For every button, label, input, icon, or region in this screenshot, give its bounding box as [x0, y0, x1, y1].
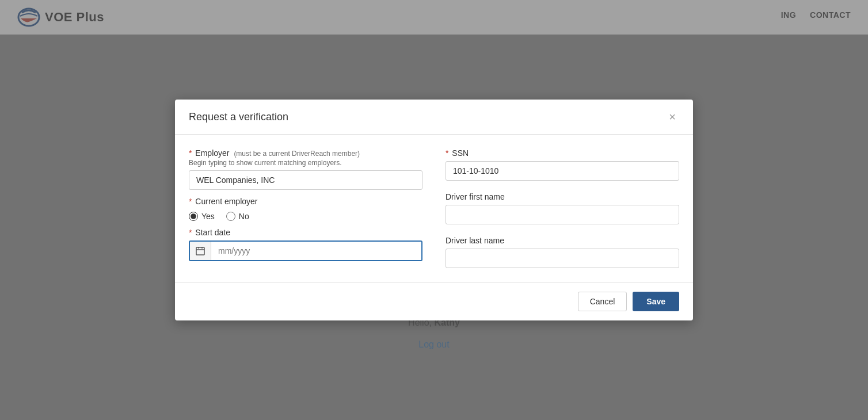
- driver-first-name-group: Driver first name: [446, 192, 679, 224]
- employer-group: * Employer (must be a current DriverReac…: [189, 148, 422, 190]
- date-input-wrapper: [189, 240, 422, 261]
- radio-yes-label[interactable]: Yes: [189, 212, 215, 221]
- ssn-required-star: *: [446, 148, 448, 158]
- current-employer-label-text: Current employer: [195, 197, 257, 206]
- radio-no-text: No: [239, 212, 249, 221]
- radio-yes-text: Yes: [201, 212, 215, 221]
- current-employer-label: * Current employer: [189, 197, 422, 206]
- start-date-group: * Start date: [189, 228, 422, 261]
- modal-header: Request a verification ×: [175, 100, 693, 135]
- employer-label: * Employer (must be a current DriverReac…: [189, 148, 422, 158]
- calendar-icon-button[interactable]: [190, 242, 211, 260]
- driver-first-name-label: Driver first name: [446, 192, 679, 201]
- cancel-button[interactable]: Cancel: [578, 292, 627, 311]
- modal-footer: Cancel Save: [175, 282, 693, 320]
- modal-overlay: Request a verification × * Employer (mus…: [0, 0, 868, 420]
- start-date-input[interactable]: [211, 242, 421, 260]
- start-date-label: * Start date: [189, 228, 422, 237]
- employer-sub: Begin typing to show current matching em…: [189, 159, 422, 167]
- driver-last-name-label: Driver last name: [446, 236, 679, 245]
- current-employer-required-star: *: [189, 197, 192, 206]
- calendar-icon: [196, 246, 205, 255]
- employer-required-star: *: [189, 148, 192, 158]
- driver-last-name-group: Driver last name: [446, 236, 679, 268]
- current-employer-radio-group: Yes No: [189, 212, 422, 221]
- ssn-label: * SSN: [446, 148, 679, 158]
- svg-rect-1: [196, 247, 204, 255]
- employer-note: (must be a current DriverReach member): [234, 150, 360, 158]
- modal-body: * Employer (must be a current DriverReac…: [175, 135, 693, 282]
- employer-input[interactable]: [189, 170, 422, 190]
- driver-first-name-input[interactable]: [446, 205, 679, 224]
- left-column: * Employer (must be a current DriverReac…: [189, 148, 422, 268]
- radio-no-input[interactable]: [226, 212, 235, 221]
- modal-dialog: Request a verification × * Employer (mus…: [175, 100, 693, 320]
- start-date-required-star: *: [189, 228, 192, 237]
- ssn-group: * SSN: [446, 148, 679, 181]
- employer-label-text: Employer: [195, 148, 229, 158]
- driver-last-name-input[interactable]: [446, 249, 679, 268]
- radio-yes-input[interactable]: [189, 212, 198, 221]
- modal-title: Request a verification: [189, 111, 288, 123]
- current-employer-group: * Current employer Yes No: [189, 197, 422, 221]
- start-date-label-text: Start date: [195, 228, 230, 237]
- ssn-label-text: SSN: [452, 148, 469, 158]
- radio-no-label[interactable]: No: [226, 212, 249, 221]
- ssn-input[interactable]: [446, 161, 679, 181]
- modal-close-button[interactable]: ×: [665, 110, 679, 124]
- save-button[interactable]: Save: [633, 292, 679, 311]
- right-column: * SSN Driver first name Driver last name: [446, 148, 679, 268]
